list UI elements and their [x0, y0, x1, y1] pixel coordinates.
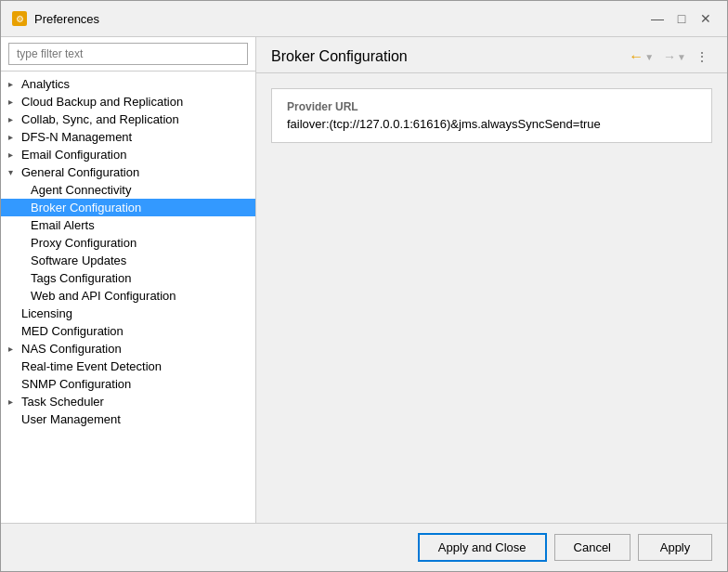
tree-item-user-mgmt[interactable]: User Management — [1, 410, 255, 428]
back-button[interactable]: ← ▼ — [625, 46, 657, 67]
chevron-icon: ▾ — [8, 167, 21, 177]
content-area: ▸Analytics▸Cloud Backup and Replication▸… — [1, 37, 727, 523]
chevron-icon: ▸ — [8, 79, 21, 89]
panel-header: Broker Configuration ← ▼ → ▼ ⋮ — [256, 37, 727, 73]
tree-item-label: Proxy Configuration — [31, 236, 136, 250]
tree-item-label: Cloud Backup and Replication — [21, 95, 183, 109]
apply-button[interactable]: Apply — [638, 534, 712, 561]
filter-input[interactable] — [8, 43, 248, 65]
tree-item-label: Software Updates — [31, 254, 126, 267]
tree-item-nas-config[interactable]: ▸NAS Configuration — [1, 340, 255, 358]
tree-item-label: NAS Configuration — [21, 342, 122, 356]
tree-item-med-config[interactable]: MED Configuration — [1, 322, 255, 340]
tree-item-collab-sync[interactable]: ▸Collab, Sync, and Replication — [1, 110, 255, 128]
tree-item-broker-config[interactable]: Broker Configuration — [1, 199, 255, 216]
close-button[interactable]: ✕ — [696, 8, 716, 29]
tree-item-software-updates[interactable]: Software Updates — [1, 252, 255, 269]
tree-item-task-scheduler[interactable]: ▸Task Scheduler — [1, 393, 255, 410]
provider-url-label: Provider URL — [287, 100, 696, 113]
tree-item-licensing[interactable]: Licensing — [1, 305, 255, 322]
preferences-dialog: ⚙ Preferences — □ ✕ ▸Analytics▸Cloud Bac… — [0, 0, 728, 572]
chevron-icon: ▸ — [8, 97, 21, 107]
tree-item-dfs-n[interactable]: ▸DFS-N Management — [1, 128, 255, 146]
chevron-icon: ▸ — [8, 344, 21, 354]
panel-content: Provider URL failover:(tcp://127.0.0.1:6… — [256, 73, 727, 523]
tree-item-label: Email Configuration — [21, 148, 126, 162]
tree-item-realtime-event[interactable]: Real-time Event Detection — [1, 358, 255, 375]
tree-item-label: Real-time Event Detection — [21, 359, 162, 373]
tree-item-label: Tags Configuration — [31, 271, 131, 285]
tree-item-tags-config[interactable]: Tags Configuration — [1, 269, 255, 287]
maximize-button[interactable]: □ — [671, 8, 692, 29]
forward-icon: → — [663, 49, 676, 64]
chevron-icon: ▸ — [8, 114, 21, 124]
forward-button[interactable]: → ▼ — [659, 47, 690, 66]
chevron-icon: ▸ — [8, 396, 21, 407]
tree-item-label: Web and API Configuration — [31, 289, 176, 303]
tree-item-web-api-config[interactable]: Web and API Configuration — [1, 287, 255, 305]
tree-item-label: Task Scheduler — [21, 395, 104, 409]
more-options-button[interactable]: ⋮ — [692, 47, 712, 66]
tree-item-label: DFS-N Management — [21, 130, 132, 144]
main-panel: Broker Configuration ← ▼ → ▼ ⋮ — [256, 37, 727, 523]
tree-item-label: Agent Connectivity — [31, 183, 131, 197]
provider-url-value: failover:(tcp://127.0.0.1:61616)&jms.alw… — [287, 117, 696, 131]
tree: ▸Analytics▸Cloud Backup and Replication▸… — [1, 72, 255, 523]
tree-item-label: Email Alerts — [31, 218, 95, 232]
minimize-button[interactable]: — — [647, 8, 668, 29]
tree-item-label: Broker Configuration — [31, 201, 141, 214]
window-controls: — □ ✕ — [647, 8, 716, 29]
tree-item-general-config[interactable]: ▾General Configuration — [1, 163, 255, 181]
sidebar: ▸Analytics▸Cloud Backup and Replication▸… — [1, 37, 256, 523]
more-icon: ⋮ — [696, 49, 708, 64]
tree-item-email-alerts[interactable]: Email Alerts — [1, 216, 255, 234]
window-title: Preferences — [34, 12, 99, 26]
tree-item-label: User Management — [21, 412, 121, 426]
chevron-icon: ▸ — [8, 132, 21, 142]
tree-item-agent-connectivity[interactable]: Agent Connectivity — [1, 181, 255, 199]
cancel-button[interactable]: Cancel — [554, 534, 630, 561]
tree-item-label: SNMP Configuration — [21, 377, 131, 391]
tree-item-analytics[interactable]: ▸Analytics — [1, 75, 255, 93]
tree-item-label: Analytics — [21, 77, 70, 91]
tree-item-label: Licensing — [21, 306, 72, 320]
panel-title: Broker Configuration — [271, 48, 408, 65]
provider-section: Provider URL failover:(tcp://127.0.0.1:6… — [271, 88, 712, 143]
back-icon: ← — [629, 48, 644, 65]
tree-item-label: Collab, Sync, and Replication — [21, 112, 179, 126]
apply-and-close-button[interactable]: Apply and Close — [418, 533, 547, 562]
title-bar-left: ⚙ Preferences — [12, 11, 99, 26]
tree-item-label: MED Configuration — [21, 324, 124, 338]
panel-toolbar: ← ▼ → ▼ ⋮ — [625, 46, 712, 67]
tree-item-email-config[interactable]: ▸Email Configuration — [1, 146, 255, 163]
filter-box — [1, 37, 255, 72]
tree-item-snmp-config[interactable]: SNMP Configuration — [1, 375, 255, 393]
tree-item-cloud-backup[interactable]: ▸Cloud Backup and Replication — [1, 93, 255, 110]
footer: Apply and Close Cancel Apply — [1, 523, 727, 571]
title-bar: ⚙ Preferences — □ ✕ — [1, 1, 727, 37]
tree-item-label: General Configuration — [21, 165, 139, 179]
chevron-icon: ▸ — [8, 150, 21, 160]
back-dropdown-icon: ▼ — [644, 52, 654, 62]
forward-dropdown-icon: ▼ — [677, 52, 686, 62]
app-icon: ⚙ — [12, 11, 27, 26]
tree-item-proxy-config[interactable]: Proxy Configuration — [1, 234, 255, 252]
